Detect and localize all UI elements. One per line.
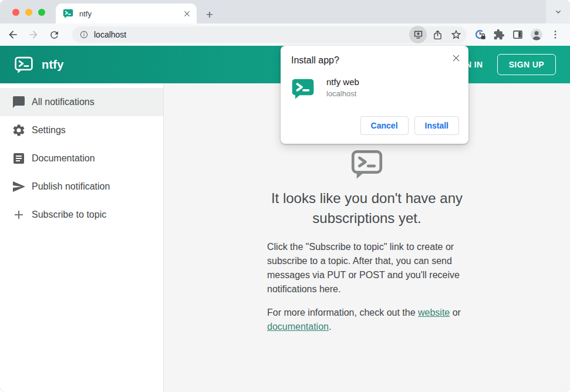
plus-icon (12, 208, 26, 222)
send-icon (12, 180, 26, 194)
maximize-window-button[interactable] (38, 9, 45, 16)
browser-window: ntfy + (0, 0, 570, 392)
close-window-button[interactable] (12, 9, 19, 16)
dialog-app-origin: localhost (326, 89, 359, 98)
dialog-close-icon[interactable] (450, 52, 463, 65)
website-link[interactable]: website (418, 307, 450, 317)
forward-button[interactable] (25, 26, 42, 43)
sidebar-item-all-notifications[interactable]: All notifications (0, 88, 163, 116)
documentation-link[interactable]: documentation (267, 322, 329, 332)
app-title: ntfy (42, 58, 63, 72)
ntfy-app-icon (291, 77, 315, 100)
window-controls (12, 9, 45, 16)
dialog-app-name: ntfy web (326, 77, 359, 87)
url-text[interactable]: localhost (94, 30, 409, 39)
sidebar-item-label: Subscribe to topic (32, 209, 106, 220)
side-panel-icon[interactable] (509, 26, 527, 43)
reload-button[interactable] (46, 26, 62, 43)
sidebar-item-label: Documentation (32, 153, 95, 164)
browser-tab-ntfy[interactable]: ntfy (56, 4, 197, 23)
extensions-puzzle-icon[interactable] (490, 26, 508, 43)
sidebar-item-label: All notifications (32, 97, 95, 107)
paragraph-text: or (450, 307, 461, 317)
article-icon (12, 151, 26, 165)
share-icon[interactable] (429, 26, 446, 43)
browser-toolbar: localhost (0, 23, 570, 46)
browser-menu-icon[interactable] (547, 26, 564, 43)
ntfy-logo-gray-icon (349, 147, 385, 181)
sidebar-item-settings[interactable]: Settings (0, 116, 163, 144)
install-button[interactable]: Install (414, 116, 459, 135)
gear-icon (12, 123, 26, 137)
chevron-down-icon[interactable] (554, 7, 563, 16)
install-app-dialog: Install app? ntfy web localhost Cancel (281, 46, 468, 144)
tab-close-icon[interactable] (181, 8, 192, 19)
empty-state-heading: It looks like you don't have any subscri… (249, 188, 484, 228)
back-button[interactable] (5, 26, 21, 43)
empty-state-paragraph: Click the "Subscribe to topic" link to c… (267, 240, 467, 296)
bookmark-star-icon[interactable] (448, 26, 464, 43)
sidebar-item-label: Settings (32, 125, 66, 136)
tab-strip: ntfy + (0, 0, 570, 23)
privacy-extension-icon[interactable] (471, 26, 489, 43)
profile-avatar-icon[interactable] (528, 26, 545, 43)
sidebar-item-publish-notification[interactable]: Publish notification (0, 173, 163, 201)
tab-search-area (546, 0, 570, 23)
dialog-title: Install app? (291, 55, 458, 66)
sidebar-item-documentation[interactable]: Documentation (0, 144, 163, 173)
cancel-button[interactable]: Cancel (360, 116, 409, 135)
chat-icon (12, 95, 26, 109)
install-app-button[interactable] (409, 26, 427, 43)
new-tab-button[interactable]: + (201, 6, 218, 23)
sidebar: All notifications Settings Documentation… (0, 83, 164, 392)
paragraph-text: For more information, check out the (267, 307, 418, 317)
ntfy-logo-icon (14, 55, 33, 75)
minimize-window-button[interactable] (25, 9, 32, 16)
ntfy-favicon-icon (63, 8, 73, 19)
sign-up-button[interactable]: SIGN UP (497, 54, 556, 75)
tab-title: ntfy (79, 9, 181, 18)
paragraph-text: . (329, 322, 331, 332)
sidebar-item-label: Publish notification (32, 181, 110, 192)
toolbar-extensions-area (471, 26, 565, 43)
empty-state-links-paragraph: For more information, check out the webs… (267, 306, 467, 334)
address-bar[interactable]: localhost (72, 26, 467, 43)
sidebar-item-subscribe-to-topic[interactable]: Subscribe to topic (0, 201, 163, 229)
site-info-icon[interactable] (79, 30, 89, 39)
